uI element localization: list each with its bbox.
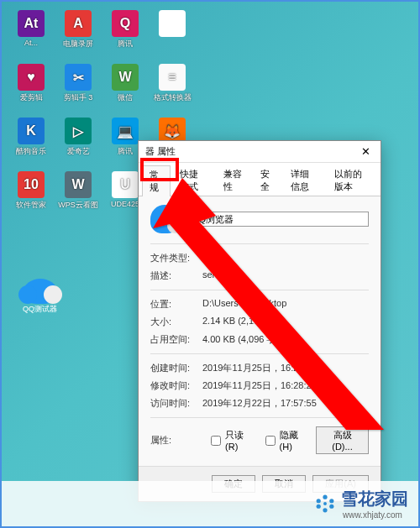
tab-0[interactable]: 常规: [142, 165, 171, 196]
tab-3[interactable]: 安全: [253, 165, 281, 196]
desktop-icon[interactable]: ♥爱剪辑: [10, 64, 52, 114]
desktop-icon[interactable]: AtAt...: [10, 10, 52, 60]
property-row: 描述:ser: [150, 267, 369, 285]
icon-label: QQ测试器: [23, 304, 57, 315]
tab-2[interactable]: 兼容性: [216, 165, 251, 196]
property-row: 修改时间:2019年11月25日，16:28:23: [150, 377, 369, 395]
brand-name: 雪花家园: [341, 488, 408, 510]
dialog-title: 器 属性: [145, 145, 176, 158]
desktop-icon[interactable]: W微信: [104, 64, 146, 114]
desktop-icon[interactable]: ✂剪辑手 3: [57, 64, 99, 114]
svg-point-7: [323, 502, 327, 505]
desktop-icon[interactable]: 10软件管家: [10, 171, 52, 222]
readonly-checkbox[interactable]: 只读(R): [207, 429, 255, 452]
desktop-icon[interactable]: A电脑录屏: [57, 10, 99, 60]
property-row: 占用空间:4.00 KB (4,096 字节): [150, 331, 369, 348]
svg-point-3: [329, 504, 333, 509]
file-name-input[interactable]: [187, 212, 369, 227]
desktop-icon[interactable]: [151, 10, 193, 60]
watermark-footer: 雪花家园 www.xhjaty.com: [2, 481, 418, 526]
svg-point-1: [323, 495, 327, 499]
property-row: 位置:D:\Users\…\Desktop: [150, 295, 369, 313]
app-icon: [150, 205, 179, 233]
desktop-icon[interactable]: Q腾讯: [104, 10, 146, 60]
attributes-label: 属性:: [150, 434, 201, 447]
advanced-button[interactable]: 高级(D)...: [316, 426, 369, 454]
brand-url: www.xhjaty.com: [343, 510, 408, 520]
property-row: 创建时间:2019年11月25日，16:28:23: [150, 359, 369, 377]
properties-dialog: 器 属性 ✕ 常规快捷方式兼容性安全详细信息以前的版本 文件类型:…k)描述:s…: [138, 140, 381, 502]
snowflake-icon: [314, 493, 336, 515]
svg-point-5: [317, 504, 321, 509]
desktop-icon[interactable]: ≡格式转换器: [151, 64, 193, 114]
close-icon[interactable]: ✕: [358, 145, 374, 158]
tab-1[interactable]: 快捷方式: [172, 165, 214, 196]
property-row: 文件类型:…k): [150, 249, 369, 267]
tab-5[interactable]: 以前的版本: [327, 165, 375, 196]
tab-4[interactable]: 详细信息: [283, 165, 325, 196]
property-row: 大小:2.14 KB (2,193 …: [150, 313, 369, 331]
desktop-icon[interactable]: WWPS云看图: [57, 171, 99, 222]
property-row: 访问时间:2019年12月22日，17:57:55: [150, 395, 369, 412]
desktop-icon[interactable]: K酷狗音乐: [10, 118, 52, 168]
svg-point-4: [323, 508, 327, 512]
svg-point-6: [317, 499, 321, 503]
svg-point-2: [329, 499, 333, 503]
desktop-icon-qqbrowser[interactable]: QQ测试器: [23, 279, 57, 315]
cloud-icon: [24, 279, 57, 304]
desktop-icon[interactable]: ▷爱奇艺: [57, 118, 99, 168]
hidden-checkbox[interactable]: 隐藏(H): [262, 429, 309, 452]
